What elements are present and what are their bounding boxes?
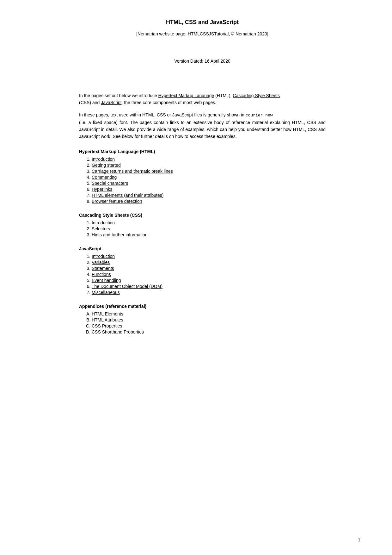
appendices-section: Appendices (reference material) HTML Ele… — [79, 304, 326, 334]
code-sample: courier new — [246, 113, 273, 118]
list-item: Introduction — [92, 254, 326, 259]
css-item-1[interactable]: Introduction — [92, 220, 115, 225]
js-item-7[interactable]: Miscellaneous — [92, 290, 120, 295]
intro-paragraph-1: In the pages set out below we introduce … — [79, 92, 326, 106]
list-item: Miscellaneous — [92, 290, 326, 295]
page-number: 1 — [358, 537, 360, 542]
list-item: Getting started — [92, 163, 326, 168]
appendix-c[interactable]: CSS Properties — [92, 323, 122, 328]
list-item: Carriage returns and thematic break line… — [92, 169, 326, 174]
js-item-1[interactable]: Introduction — [92, 254, 115, 259]
list-item: Hints and further information — [92, 232, 326, 237]
appendix-b[interactable]: HTML Attributes — [92, 317, 123, 322]
js-item-2[interactable]: Variables — [92, 260, 110, 265]
list-item: Event handling — [92, 278, 326, 283]
css-section: Cascading Style Sheets (CSS) Introductio… — [79, 213, 326, 237]
list-item: Functions — [92, 272, 326, 277]
appendix-a[interactable]: HTML Elements — [92, 311, 123, 316]
css-list: Introduction Selectors Hints and further… — [92, 220, 326, 237]
list-item: HTML Elements — [92, 311, 326, 316]
css-link[interactable]: Cascading Style Sheets — [233, 93, 280, 98]
list-item: Statements — [92, 266, 326, 271]
intro-p1-after: , the three core components of most web … — [122, 100, 217, 105]
list-item: HTML Attributes — [92, 317, 326, 322]
list-item: Commenting — [92, 175, 326, 180]
appendices-list: HTML Elements HTML Attributes CSS Proper… — [92, 311, 326, 334]
appendix-d[interactable]: CSS Shorthand Properties — [92, 329, 144, 334]
html-item-2[interactable]: Getting started — [92, 163, 121, 168]
intro-paragraph-2: In these pages, text used within HTML, C… — [79, 111, 326, 140]
html-list: Introduction Getting started Carriage re… — [92, 157, 326, 204]
list-item: The Document Object Model (DOM) — [92, 284, 326, 289]
list-item: CSS Shorthand Properties — [92, 329, 326, 334]
intro-p1-before: In the pages set out below we introduce — [79, 93, 158, 98]
css-item-3[interactable]: Hints and further information — [92, 232, 148, 237]
subtitle-suffix: , © Nematrian 2020] — [229, 31, 268, 36]
version-text: Version Dated: 16 April 2020 — [79, 59, 326, 64]
css-item-2[interactable]: Selectors — [92, 226, 110, 231]
subtitle: [Nematrian website page: HTMLCSSJSTutori… — [79, 31, 326, 36]
list-item: HTML elements (and their attributes) — [92, 193, 326, 198]
appendices-section-heading: Appendices (reference material) — [79, 304, 326, 309]
list-item: Introduction — [92, 157, 326, 162]
javascript-list: Introduction Variables Statements Functi… — [92, 254, 326, 295]
list-item: Browser feature detection — [92, 199, 326, 204]
page-title: HTML, CSS and JavaScript — [79, 19, 326, 26]
list-item: Selectors — [92, 226, 326, 231]
html-item-4[interactable]: Commenting — [92, 175, 117, 180]
intro-p2-after: (i.e. a fixed space) font. The pages con… — [79, 120, 326, 139]
subtitle-text: [Nematrian website page: — [136, 31, 188, 36]
js-item-4[interactable]: Functions — [92, 272, 111, 277]
html-section-heading: Hypertext Markup Language (HTML) — [79, 149, 326, 154]
list-item: Special characters — [92, 181, 326, 186]
list-item: Introduction — [92, 220, 326, 225]
javascript-section-heading: JavaScript — [79, 246, 326, 251]
list-item: CSS Properties — [92, 323, 326, 328]
js-item-5[interactable]: Event handling — [92, 278, 121, 283]
html-item-8[interactable]: Browser feature detection — [92, 199, 142, 204]
js-item-3[interactable]: Statements — [92, 266, 114, 271]
intro-p1-mid2-start: (CSS) and — [79, 100, 101, 105]
list-item: Variables — [92, 260, 326, 265]
html-item-5[interactable]: Special characters — [92, 181, 128, 186]
html-item-1[interactable]: Introduction — [92, 157, 115, 162]
intro-p1-mid1: (HTML), — [214, 93, 233, 98]
js-link[interactable]: JavaScript — [101, 100, 121, 105]
html-section: Hypertext Markup Language (HTML) Introdu… — [79, 149, 326, 204]
css-section-heading: Cascading Style Sheets (CSS) — [79, 213, 326, 218]
intro-p2-before: In these pages, text used within HTML, C… — [79, 112, 246, 117]
js-item-6[interactable]: The Document Object Model (DOM) — [92, 284, 162, 289]
list-item: Hyperlinks — [92, 187, 326, 192]
html-item-7[interactable]: HTML elements (and their attributes) — [92, 193, 163, 198]
html-item-6[interactable]: Hyperlinks — [92, 187, 112, 192]
javascript-section: JavaScript Introduction Variables Statem… — [79, 246, 326, 295]
html-link[interactable]: Hypertext Markup Language — [158, 93, 214, 98]
html-item-3[interactable]: Carriage returns and thematic break line… — [92, 169, 173, 174]
subtitle-link[interactable]: HTMLCSSJSTutorial — [188, 31, 229, 36]
